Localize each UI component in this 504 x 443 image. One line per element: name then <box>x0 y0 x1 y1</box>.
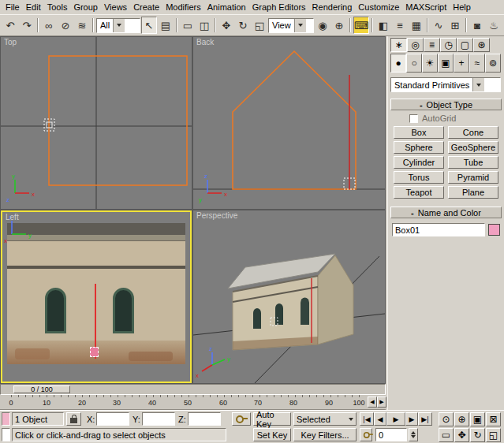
render-scene-icon[interactable]: ♨ <box>486 17 502 34</box>
pyramid-button[interactable]: Pyramid <box>448 171 498 184</box>
utilities-tab-icon[interactable]: ⊛ <box>473 38 490 52</box>
bind-to-space-warp-icon[interactable]: ≋ <box>74 17 90 34</box>
helpers-category-icon[interactable]: + <box>454 54 469 73</box>
layer-manager-icon[interactable]: ▦ <box>409 17 424 34</box>
previous-frame-icon[interactable]: ◀ <box>368 396 377 408</box>
select-object-icon[interactable]: ↖ <box>141 17 157 34</box>
box-button[interactable]: Box <box>394 126 444 139</box>
select-and-move-icon[interactable]: ✥ <box>218 17 234 34</box>
auto-key-button[interactable]: Auto Key <box>253 412 291 426</box>
menu-views[interactable]: Views <box>101 1 130 13</box>
redo-icon[interactable]: ↷ <box>19 17 35 34</box>
dropdown-arrow-icon[interactable] <box>472 78 484 91</box>
next-frame-icon[interactable]: ▶ <box>377 396 386 408</box>
hierarchy-tab-icon[interactable]: ≡ <box>424 38 440 52</box>
menu-help[interactable]: Help <box>450 1 474 13</box>
space-warps-category-icon[interactable]: ≈ <box>469 54 485 73</box>
geosphere-button[interactable]: GeoSphere <box>448 141 498 154</box>
zoom-extents-all-icon[interactable]: ⊠ <box>486 412 501 426</box>
set-keys-button[interactable] <box>232 412 251 426</box>
menu-maxscript[interactable]: MAXScript <box>402 1 450 13</box>
undo-icon[interactable]: ↶ <box>2 17 18 34</box>
menu-customize[interactable]: Customize <box>355 1 402 13</box>
go-to-end-icon[interactable]: ▶| <box>418 412 432 426</box>
macro-recorder-pane[interactable] <box>2 412 10 426</box>
modify-tab-icon[interactable]: ◎ <box>407 38 424 52</box>
cameras-category-icon[interactable]: ▣ <box>438 54 454 73</box>
reference-coordinate-dropdown[interactable]: View <box>268 18 314 33</box>
cone-button[interactable]: Cone <box>448 126 498 139</box>
name-color-rollout-header[interactable]: - Name and Color <box>390 207 502 218</box>
x-coordinate-field[interactable] <box>96 412 129 426</box>
play-animation-icon[interactable]: ▶ <box>386 412 405 426</box>
use-pivot-center-icon[interactable]: ◉ <box>315 17 330 34</box>
house-mesh[interactable] <box>228 254 353 350</box>
teapot-button[interactable]: Teapot <box>394 186 444 199</box>
viewport-perspective[interactable]: Perspective <box>193 210 385 383</box>
systems-category-icon[interactable]: ⊚ <box>485 54 501 73</box>
next-frame-icon[interactable]: ▶ <box>405 412 418 426</box>
object-type-rollout-header[interactable]: - Object Type <box>390 99 502 110</box>
spinner-down-icon[interactable] <box>411 435 416 438</box>
mirror-icon[interactable]: ◧ <box>375 17 391 34</box>
current-frame-field[interactable]: 0 <box>375 428 407 441</box>
time-slider-handle[interactable]: 0 / 100 <box>13 385 70 393</box>
plane-button[interactable]: Plane <box>448 186 498 199</box>
go-to-start-icon[interactable]: |◀ <box>360 412 374 426</box>
unlink-selection-icon[interactable]: ⊘ <box>58 17 73 34</box>
select-and-scale-icon[interactable]: ◱ <box>252 17 267 34</box>
viewport-top-canvas[interactable]: y x z <box>1 37 192 209</box>
viewport-back[interactable]: Back z x y <box>193 37 385 209</box>
track-bar[interactable]: 0 10 20 30 40 50 60 70 80 90 100 ◀ ▶ <box>0 395 386 410</box>
region-zoom-icon[interactable]: ▭ <box>439 428 454 442</box>
set-key-button[interactable]: Set Key <box>253 428 291 441</box>
autogrid-checkbox[interactable] <box>409 114 418 123</box>
selection-lock-button[interactable] <box>66 412 81 426</box>
align-icon[interactable]: ≡ <box>392 17 408 34</box>
maxscript-listener-pane[interactable] <box>2 428 10 441</box>
menu-modifiers[interactable]: Modifiers <box>162 1 204 13</box>
box-wireframe-top[interactable] <box>49 56 187 185</box>
object-name-input[interactable]: Box01 <box>392 223 485 236</box>
menu-rendering[interactable]: Rendering <box>309 1 356 13</box>
key-mode-toggle-button[interactable] <box>360 428 372 441</box>
display-tab-icon[interactable]: ▢ <box>457 38 473 52</box>
rectangular-selection-region-icon[interactable]: ▭ <box>180 17 196 34</box>
create-tab-icon[interactable]: ∗ <box>390 38 407 52</box>
select-and-link-icon[interactable]: ∞ <box>41 17 57 34</box>
spinner-up-icon[interactable] <box>411 431 416 434</box>
house-wireframe-back[interactable] <box>233 51 356 189</box>
material-editor-icon[interactable]: ◙ <box>469 17 485 34</box>
y-coordinate-field[interactable] <box>142 412 175 426</box>
dropdown-arrow-icon[interactable] <box>113 19 125 32</box>
viewport-left-active[interactable]: Left z y x <box>1 210 192 383</box>
min-max-toggle-icon[interactable]: ◱ <box>486 428 501 442</box>
window-crossing-toggle-icon[interactable]: ◫ <box>196 17 212 34</box>
object-class-dropdown[interactable]: Standard Primitives <box>390 77 501 92</box>
select-and-rotate-icon[interactable]: ↻ <box>235 17 251 34</box>
zoom-all-icon[interactable]: ⊕ <box>454 412 469 426</box>
menu-animation[interactable]: Animation <box>204 1 249 13</box>
select-and-manipulate-icon[interactable]: ⊕ <box>331 17 347 34</box>
viewport-back-canvas[interactable]: z x y <box>193 37 385 209</box>
previous-frame-icon[interactable]: ◀ <box>374 412 386 426</box>
cylinder-button[interactable]: Cylinder <box>394 156 444 169</box>
selection-filter-dropdown[interactable]: All <box>96 18 140 33</box>
torus-button[interactable]: Torus <box>394 171 444 184</box>
menu-create[interactable]: Create <box>130 1 162 13</box>
shapes-category-icon[interactable]: ○ <box>406 54 422 73</box>
sphere-button[interactable]: Sphere <box>394 141 444 154</box>
object-color-swatch[interactable] <box>488 224 500 236</box>
selected-filter-dropdown[interactable]: Selected <box>293 412 357 426</box>
zoom-icon[interactable]: ⊙ <box>439 412 454 426</box>
viewport-perspective-canvas[interactable]: z y x <box>193 210 385 383</box>
menu-edit[interactable]: Edit <box>23 1 44 13</box>
geometry-category-icon[interactable]: ● <box>390 54 406 73</box>
viewport-top[interactable]: Top y x z <box>1 37 192 209</box>
menu-tools[interactable]: Tools <box>44 1 71 13</box>
select-by-name-icon[interactable]: ▤ <box>158 17 174 34</box>
pan-icon[interactable]: ✥ <box>454 428 469 442</box>
motion-tab-icon[interactable]: ◷ <box>440 38 457 52</box>
lights-category-icon[interactable]: ☀ <box>422 54 438 73</box>
frame-spinner[interactable] <box>409 428 418 441</box>
